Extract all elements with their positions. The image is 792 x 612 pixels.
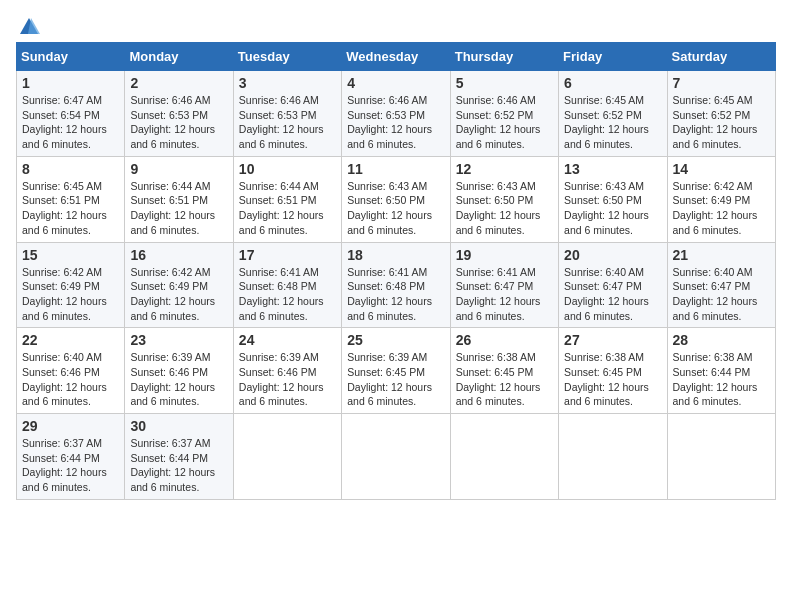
day-number: 13 [564,161,661,177]
calendar-cell [559,414,667,500]
calendar-cell: 2 Sunrise: 6:46 AMSunset: 6:53 PMDayligh… [125,71,233,157]
calendar-cell: 25 Sunrise: 6:39 AMSunset: 6:45 PMDaylig… [342,328,450,414]
day-info: Sunrise: 6:38 AMSunset: 6:44 PMDaylight:… [673,351,758,407]
day-info: Sunrise: 6:41 AMSunset: 6:48 PMDaylight:… [347,266,432,322]
day-number: 4 [347,75,444,91]
day-number: 16 [130,247,227,263]
calendar-cell: 12 Sunrise: 6:43 AMSunset: 6:50 PMDaylig… [450,156,558,242]
day-number: 2 [130,75,227,91]
day-header-wednesday: Wednesday [342,43,450,71]
day-info: Sunrise: 6:38 AMSunset: 6:45 PMDaylight:… [564,351,649,407]
calendar-cell: 10 Sunrise: 6:44 AMSunset: 6:51 PMDaylig… [233,156,341,242]
day-number: 3 [239,75,336,91]
calendar-cell: 18 Sunrise: 6:41 AMSunset: 6:48 PMDaylig… [342,242,450,328]
day-header-saturday: Saturday [667,43,775,71]
day-info: Sunrise: 6:46 AMSunset: 6:53 PMDaylight:… [239,94,324,150]
day-header-thursday: Thursday [450,43,558,71]
day-number: 26 [456,332,553,348]
day-number: 6 [564,75,661,91]
day-header-friday: Friday [559,43,667,71]
calendar-cell [450,414,558,500]
calendar-cell: 9 Sunrise: 6:44 AMSunset: 6:51 PMDayligh… [125,156,233,242]
day-number: 28 [673,332,770,348]
day-number: 7 [673,75,770,91]
day-header-sunday: Sunday [17,43,125,71]
calendar-cell: 8 Sunrise: 6:45 AMSunset: 6:51 PMDayligh… [17,156,125,242]
day-info: Sunrise: 6:39 AMSunset: 6:46 PMDaylight:… [130,351,215,407]
day-number: 9 [130,161,227,177]
day-info: Sunrise: 6:43 AMSunset: 6:50 PMDaylight:… [564,180,649,236]
day-number: 21 [673,247,770,263]
calendar-cell: 26 Sunrise: 6:38 AMSunset: 6:45 PMDaylig… [450,328,558,414]
calendar-cell: 14 Sunrise: 6:42 AMSunset: 6:49 PMDaylig… [667,156,775,242]
day-number: 23 [130,332,227,348]
day-number: 12 [456,161,553,177]
calendar-cell: 4 Sunrise: 6:46 AMSunset: 6:53 PMDayligh… [342,71,450,157]
calendar-cell: 21 Sunrise: 6:40 AMSunset: 6:47 PMDaylig… [667,242,775,328]
day-number: 18 [347,247,444,263]
day-info: Sunrise: 6:45 AMSunset: 6:52 PMDaylight:… [564,94,649,150]
calendar-cell: 20 Sunrise: 6:40 AMSunset: 6:47 PMDaylig… [559,242,667,328]
day-info: Sunrise: 6:42 AMSunset: 6:49 PMDaylight:… [130,266,215,322]
day-number: 15 [22,247,119,263]
logo-icon [18,16,40,38]
calendar-cell: 13 Sunrise: 6:43 AMSunset: 6:50 PMDaylig… [559,156,667,242]
calendar-cell: 19 Sunrise: 6:41 AMSunset: 6:47 PMDaylig… [450,242,558,328]
day-info: Sunrise: 6:39 AMSunset: 6:45 PMDaylight:… [347,351,432,407]
day-number: 17 [239,247,336,263]
calendar-cell: 23 Sunrise: 6:39 AMSunset: 6:46 PMDaylig… [125,328,233,414]
calendar-cell: 27 Sunrise: 6:38 AMSunset: 6:45 PMDaylig… [559,328,667,414]
day-info: Sunrise: 6:38 AMSunset: 6:45 PMDaylight:… [456,351,541,407]
page-header [16,16,776,34]
day-info: Sunrise: 6:43 AMSunset: 6:50 PMDaylight:… [456,180,541,236]
calendar-cell: 28 Sunrise: 6:38 AMSunset: 6:44 PMDaylig… [667,328,775,414]
calendar-cell: 1 Sunrise: 6:47 AMSunset: 6:54 PMDayligh… [17,71,125,157]
calendar-cell: 24 Sunrise: 6:39 AMSunset: 6:46 PMDaylig… [233,328,341,414]
day-number: 1 [22,75,119,91]
day-info: Sunrise: 6:46 AMSunset: 6:53 PMDaylight:… [130,94,215,150]
day-number: 24 [239,332,336,348]
day-number: 5 [456,75,553,91]
day-info: Sunrise: 6:37 AMSunset: 6:44 PMDaylight:… [130,437,215,493]
day-info: Sunrise: 6:47 AMSunset: 6:54 PMDaylight:… [22,94,107,150]
day-info: Sunrise: 6:43 AMSunset: 6:50 PMDaylight:… [347,180,432,236]
calendar-cell: 29 Sunrise: 6:37 AMSunset: 6:44 PMDaylig… [17,414,125,500]
day-info: Sunrise: 6:40 AMSunset: 6:47 PMDaylight:… [673,266,758,322]
calendar-cell: 11 Sunrise: 6:43 AMSunset: 6:50 PMDaylig… [342,156,450,242]
day-number: 30 [130,418,227,434]
calendar-cell: 6 Sunrise: 6:45 AMSunset: 6:52 PMDayligh… [559,71,667,157]
day-number: 11 [347,161,444,177]
day-number: 22 [22,332,119,348]
day-info: Sunrise: 6:40 AMSunset: 6:46 PMDaylight:… [22,351,107,407]
day-number: 29 [22,418,119,434]
day-number: 10 [239,161,336,177]
calendar-cell: 5 Sunrise: 6:46 AMSunset: 6:52 PMDayligh… [450,71,558,157]
day-info: Sunrise: 6:44 AMSunset: 6:51 PMDaylight:… [130,180,215,236]
day-info: Sunrise: 6:41 AMSunset: 6:48 PMDaylight:… [239,266,324,322]
day-info: Sunrise: 6:44 AMSunset: 6:51 PMDaylight:… [239,180,324,236]
calendar-cell: 15 Sunrise: 6:42 AMSunset: 6:49 PMDaylig… [17,242,125,328]
day-header-monday: Monday [125,43,233,71]
calendar-cell: 3 Sunrise: 6:46 AMSunset: 6:53 PMDayligh… [233,71,341,157]
day-header-tuesday: Tuesday [233,43,341,71]
day-info: Sunrise: 6:41 AMSunset: 6:47 PMDaylight:… [456,266,541,322]
calendar-cell [233,414,341,500]
day-info: Sunrise: 6:42 AMSunset: 6:49 PMDaylight:… [673,180,758,236]
day-number: 25 [347,332,444,348]
day-number: 14 [673,161,770,177]
day-number: 20 [564,247,661,263]
calendar-cell: 22 Sunrise: 6:40 AMSunset: 6:46 PMDaylig… [17,328,125,414]
calendar-cell: 16 Sunrise: 6:42 AMSunset: 6:49 PMDaylig… [125,242,233,328]
day-info: Sunrise: 6:40 AMSunset: 6:47 PMDaylight:… [564,266,649,322]
calendar-cell: 17 Sunrise: 6:41 AMSunset: 6:48 PMDaylig… [233,242,341,328]
day-number: 19 [456,247,553,263]
calendar-cell [342,414,450,500]
calendar-cell [667,414,775,500]
day-info: Sunrise: 6:45 AMSunset: 6:52 PMDaylight:… [673,94,758,150]
day-info: Sunrise: 6:39 AMSunset: 6:46 PMDaylight:… [239,351,324,407]
day-info: Sunrise: 6:42 AMSunset: 6:49 PMDaylight:… [22,266,107,322]
day-info: Sunrise: 6:46 AMSunset: 6:52 PMDaylight:… [456,94,541,150]
day-info: Sunrise: 6:37 AMSunset: 6:44 PMDaylight:… [22,437,107,493]
calendar-cell: 30 Sunrise: 6:37 AMSunset: 6:44 PMDaylig… [125,414,233,500]
calendar-cell: 7 Sunrise: 6:45 AMSunset: 6:52 PMDayligh… [667,71,775,157]
